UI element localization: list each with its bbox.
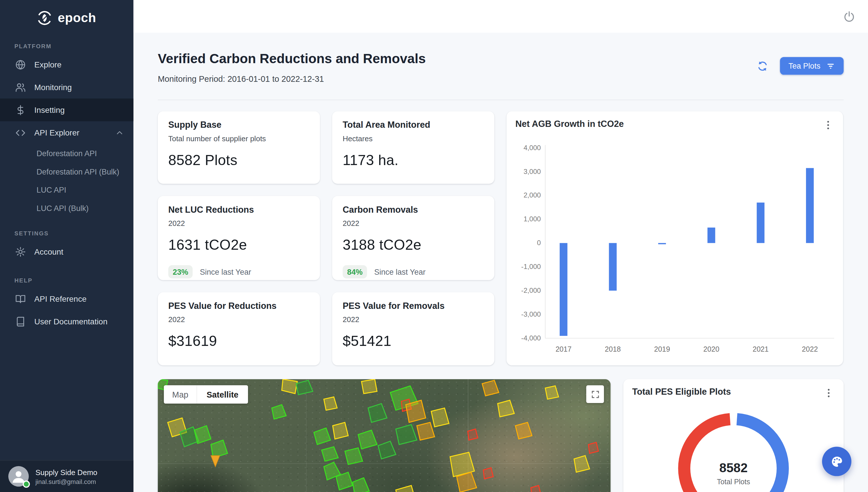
- chart-title: Net AGB Growth in tCO2e: [515, 119, 624, 129]
- sidebar-item-label: API Explorer: [34, 128, 79, 137]
- donut-chart-card: Total PES Eligible Plots 8582 Total Plot…: [623, 379, 844, 492]
- svg-text:-2,000: -2,000: [521, 287, 541, 294]
- epoch-leaf-icon: [37, 10, 52, 26]
- stat-value: 1173 ha.: [343, 152, 484, 169]
- user-name: Supply Side Demo: [35, 468, 97, 476]
- stat-value: 1631 tCO2e: [168, 236, 309, 253]
- svg-text:2019: 2019: [654, 345, 670, 353]
- stat-value: $51421: [343, 333, 484, 350]
- page-header: Verified Carbon Reductions and Removals …: [158, 51, 844, 83]
- sidebar-subitem-deforestation-api[interactable]: Deforestation API: [0, 144, 133, 162]
- badge-suffix: Since last Year: [374, 267, 426, 276]
- svg-text:3,000: 3,000: [524, 168, 541, 175]
- gear-icon: [15, 246, 26, 257]
- stat-title: PES Value for Removals: [343, 301, 484, 311]
- svg-text:4,000: 4,000: [524, 144, 541, 152]
- sidebar-item-user-documentation[interactable]: User Documentation: [0, 310, 133, 333]
- app-root: epoch PLATFORM Explore Monitoring: [0, 0, 868, 492]
- agb-growth-bar-chart: 4,0003,0002,0001,0000-1,000-2,000-3,000-…: [515, 134, 834, 358]
- stat-card-pes-removals: PES Value for Removals 2022 $51421: [332, 292, 494, 365]
- stat-card-net-luc-reductions: Net LUC Reductions 2022 1631 tCO2e 23% S…: [158, 196, 320, 280]
- kebab-menu-icon: [822, 119, 834, 131]
- percent-badge: 23%: [168, 265, 193, 278]
- book-open-icon: [15, 293, 26, 304]
- chevron-up-icon: [116, 129, 123, 137]
- header-divider: [158, 100, 844, 100]
- stat-card-carbon-removals: Carbon Removals 2022 3188 tCO2e 84% Sinc…: [332, 196, 494, 280]
- sidebar-item-account[interactable]: Account: [0, 240, 133, 263]
- sidebar-subitem-label: LUC API: [36, 185, 66, 194]
- sidebar-item-explore[interactable]: Explore: [0, 53, 133, 76]
- sidebar-subitem-deforestation-api-bulk[interactable]: Deforestation API (Bulk): [0, 162, 133, 180]
- stat-value: 8582 Plots: [168, 152, 309, 169]
- pes-eligible-donut-chart: 8582 Total Plots: [632, 400, 835, 492]
- sidebar-subitem-label: LUC API (Bulk): [36, 203, 89, 213]
- bar-chart-card: Net AGB Growth in tCO2e 4,0003,0002,0001…: [506, 112, 843, 365]
- stat-subtitle: Hectares: [343, 134, 484, 143]
- kebab-menu-icon: [823, 387, 835, 399]
- svg-text:2018: 2018: [605, 345, 621, 353]
- stat-title: PES Value for Reductions: [168, 301, 309, 311]
- power-icon: [843, 10, 855, 23]
- sidebar-item-insetting[interactable]: Insetting: [0, 98, 133, 121]
- stat-subtitle: 2022: [343, 219, 484, 228]
- sidebar: epoch PLATFORM Explore Monitoring: [0, 0, 133, 492]
- svg-text:2020: 2020: [703, 345, 719, 353]
- svg-text:-4,000: -4,000: [521, 334, 541, 342]
- stat-card-pes-reductions: PES Value for Reductions 2022 $31619: [158, 292, 320, 365]
- page-title: Verified Carbon Reductions and Removals: [158, 51, 844, 66]
- brand-name: epoch: [58, 10, 96, 26]
- section-label-settings: SETTINGS: [14, 230, 133, 236]
- percent-badge: 84%: [343, 265, 367, 278]
- refresh-button[interactable]: [757, 60, 769, 72]
- fullscreen-icon: [591, 390, 599, 398]
- brand-logo[interactable]: epoch: [0, 0, 133, 27]
- palette-icon: [829, 454, 844, 468]
- svg-text:1,000: 1,000: [524, 215, 541, 223]
- sidebar-item-label: Monitoring: [34, 83, 72, 92]
- avatar: [8, 466, 29, 487]
- stat-value: 3188 tCO2e: [343, 236, 484, 253]
- donut-menu-button[interactable]: [823, 387, 835, 399]
- map-card[interactable]: Map Satellite: [158, 379, 611, 492]
- plot-filter-button[interactable]: Tea Plots: [780, 57, 844, 75]
- globe-icon: [15, 59, 26, 70]
- badge-suffix: Since last Year: [200, 267, 251, 276]
- sidebar-item-api-explorer[interactable]: API Explorer: [0, 121, 133, 144]
- sidebar-subitem-label: Deforestation API (Bulk): [36, 167, 119, 176]
- stat-title: Supply Base: [168, 120, 309, 130]
- satellite-view-button[interactable]: Satellite: [197, 385, 248, 403]
- main-content: Verified Carbon Reductions and Removals …: [133, 33, 868, 492]
- topbar: [133, 0, 868, 33]
- monitoring-period: Monitoring Period: 2016-01-01 to 2022-12…: [158, 74, 844, 83]
- user-email: jinal.surti@gmail.com: [35, 478, 97, 485]
- stat-value: $31619: [168, 333, 309, 350]
- map-type-control: Map Satellite: [164, 385, 248, 403]
- stats-grid: Supply Base Total number of supplier plo…: [158, 112, 844, 365]
- stat-title: Total Area Monitored: [343, 120, 484, 130]
- bottom-row: Map Satellite Total PES Eligible Plots: [158, 379, 844, 492]
- chart-menu-button[interactable]: [822, 119, 834, 131]
- svg-text:-3,000: -3,000: [521, 310, 541, 318]
- theme-palette-fab[interactable]: [822, 447, 851, 476]
- users-icon: [15, 81, 26, 93]
- sidebar-subitem-luc-api[interactable]: LUC API: [0, 180, 133, 199]
- map-view-button[interactable]: Map: [164, 385, 197, 403]
- stat-card-total-area: Total Area Monitored Hectares 1173 ha.: [332, 112, 494, 184]
- stat-card-supply-base: Supply Base Total number of supplier plo…: [158, 112, 320, 184]
- logout-power-button[interactable]: [843, 10, 855, 23]
- svg-text:0: 0: [537, 239, 541, 247]
- section-label-help: HELP: [14, 277, 133, 283]
- chart-card-header: Net AGB Growth in tCO2e: [515, 119, 834, 131]
- svg-text:-1,000: -1,000: [521, 263, 541, 270]
- sidebar-item-monitoring[interactable]: Monitoring: [0, 76, 133, 98]
- user-account-box[interactable]: Supply Side Demo jinal.surti@gmail.com: [0, 460, 133, 492]
- sidebar-item-label: API Reference: [34, 294, 87, 303]
- stat-subtitle: Total number of supplier plots: [168, 134, 309, 143]
- donut-center-label: Total Plots: [717, 478, 750, 486]
- map-fullscreen-button[interactable]: [586, 385, 604, 403]
- donut-card-header: Total PES Eligible Plots: [632, 387, 835, 399]
- svg-text:2021: 2021: [752, 345, 769, 353]
- sidebar-item-api-reference[interactable]: API Reference: [0, 287, 133, 310]
- sidebar-subitem-luc-api-bulk[interactable]: LUC API (Bulk): [0, 199, 133, 217]
